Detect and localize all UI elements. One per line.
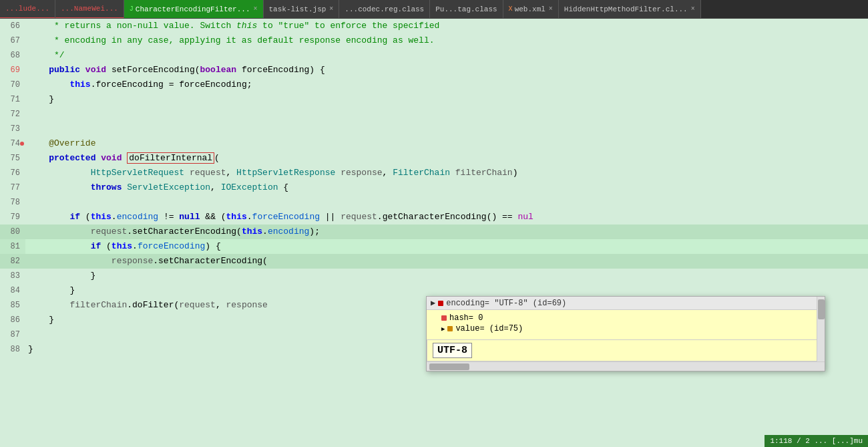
line-71: 71 } xyxy=(0,92,868,107)
debug-collapse-icon[interactable]: ▶ xyxy=(431,298,435,308)
line-content-82: response.setCharacterEncoding( xyxy=(25,254,868,269)
line-content-81: if (this.forceEncoding) { xyxy=(25,239,868,254)
line-72: 72 xyxy=(0,107,868,122)
line-content-72 xyxy=(25,107,868,122)
line-num-69: 69 xyxy=(0,63,25,78)
line-content-78 xyxy=(25,195,868,210)
line-76: 76 HttpServletRequest request, HttpServl… xyxy=(0,166,868,180)
debug-hash-label: hash= 0 xyxy=(449,313,483,323)
tab-5[interactable]: ...codec.reg.class xyxy=(339,0,430,19)
debug-value-text: UTF-8 xyxy=(433,343,472,358)
line-content-71: } xyxy=(25,92,868,107)
tab-6-label: Pu...tag.class xyxy=(435,5,497,13)
tab-3-close[interactable]: × xyxy=(254,5,258,13)
line-num-88: 88 xyxy=(0,342,25,357)
tab-8-label: HiddenHttpMethodFilter.cl... xyxy=(564,5,688,13)
line-num-67: 67 xyxy=(0,33,25,48)
line-content-73 xyxy=(25,122,868,136)
tab-8[interactable]: HiddenHttpMethodFilter.cl... × xyxy=(559,0,701,19)
debug-value-box: UTF-8 xyxy=(427,339,825,361)
line-num-73: 73 xyxy=(0,122,25,136)
line-83: 83 } xyxy=(0,269,868,283)
line-num-81: 81 xyxy=(0,239,25,254)
status-text: 1:118 / 2 ... [...]mu xyxy=(770,437,863,445)
tab-3-icon: J xyxy=(130,5,134,13)
line-content-69: public void setForceEncoding(boolean for… xyxy=(25,63,868,78)
line-num-71: 71 xyxy=(0,92,25,107)
line-78: 78 xyxy=(0,195,868,210)
line-67: 67 * encoding in any case, applying it a… xyxy=(0,33,868,48)
line-num-85: 85 xyxy=(0,298,25,313)
code-area: 66 * returns a non-null value. Switch th… xyxy=(0,19,868,447)
debug-dot-hash xyxy=(441,315,447,321)
line-content-76: HttpServletRequest request, HttpServletR… xyxy=(25,166,868,180)
tab-3[interactable]: J CharacterEncodingFilter... × xyxy=(124,0,264,19)
debug-bottom-scrollbar[interactable] xyxy=(427,361,825,371)
line-num-68: 68 xyxy=(0,48,25,63)
tab-7[interactable]: X web.xml × xyxy=(503,0,559,19)
debug-popup: ▶ encoding= "UTF-8" (id=69) hash= 0 ▶ va… xyxy=(426,296,825,371)
line-74: 74 @Override xyxy=(0,136,868,151)
line-66: 66 * returns a non-null value. Switch th… xyxy=(0,19,868,33)
line-num-82: 82 xyxy=(0,254,25,269)
debug-bottom-scrollbar-thumb xyxy=(429,363,469,370)
line-73: 73 xyxy=(0,122,868,136)
line-68: 68 */ xyxy=(0,48,868,63)
line-num-75: 75 xyxy=(0,151,25,166)
line-num-72: 72 xyxy=(0,107,25,122)
line-77: 77 throws ServletException, IOException … xyxy=(0,180,868,195)
line-content-67: * encoding in any case, applying it as d… xyxy=(25,33,868,48)
debug-dot-red xyxy=(438,301,443,306)
line-num-86: 86 xyxy=(0,313,25,327)
line-content-75: protected void doFilterInternal( xyxy=(25,151,868,166)
tab-7-close[interactable]: × xyxy=(549,5,553,13)
tab-2-label: ...NameWei... xyxy=(61,5,118,13)
line-82: 82 response.setCharacterEncoding( xyxy=(0,254,868,269)
line-num-84: 84 xyxy=(0,283,25,298)
tab-1[interactable]: ...lude... xyxy=(0,0,55,19)
line-content-83: } xyxy=(25,269,868,283)
line-num-87: 87 xyxy=(0,327,25,342)
line-content-77: throws ServletException, IOException { xyxy=(25,180,868,195)
status-bar: 1:118 / 2 ... [...]mu xyxy=(765,435,868,447)
debug-scrollbar[interactable] xyxy=(817,297,825,371)
line-69: 69 public void setForceEncoding(boolean … xyxy=(0,63,868,78)
line-content-74: @Override xyxy=(25,136,868,151)
tab-3-label: CharacterEncodingFilter... xyxy=(136,5,250,13)
line-num-80: 80 xyxy=(0,225,25,239)
debug-tree-row-hash: hash= 0 xyxy=(431,313,821,323)
debug-tree: hash= 0 ▶ value= (id=75) xyxy=(427,310,825,337)
line-num-70: 70 xyxy=(0,78,25,92)
debug-header: ▶ encoding= "UTF-8" (id=69) xyxy=(427,297,825,310)
tab-4-label: task-list.jsp xyxy=(269,5,327,13)
debug-value-id-label: value= (id=75) xyxy=(455,324,523,333)
debug-dot-value xyxy=(447,326,453,331)
line-content-80: request.setCharacterEncoding(this.encodi… xyxy=(25,225,868,239)
line-content-68: */ xyxy=(25,48,868,63)
line-num-79: 79 xyxy=(0,210,25,225)
tab-6[interactable]: Pu...tag.class xyxy=(430,0,503,19)
tab-8-close[interactable]: × xyxy=(691,5,695,13)
line-num-76: 76 xyxy=(0,166,25,180)
line-79: 79 if (this.encoding != null && (this.fo… xyxy=(0,210,868,225)
line-num-77: 77 xyxy=(0,180,25,195)
tab-1-label: ...lude... xyxy=(5,5,49,13)
tab-7-label: web.xml xyxy=(515,5,546,13)
line-num-66: 66 xyxy=(0,19,25,33)
line-70: 70 this.forceEncoding = forceEncoding; xyxy=(0,78,868,92)
tab-7-icon: X xyxy=(509,5,513,13)
tab-2[interactable]: ...NameWei... xyxy=(55,0,124,19)
tab-bar: ...lude... ...NameWei... J CharacterEnco… xyxy=(0,0,868,19)
line-75: 75 protected void doFilterInternal( xyxy=(0,151,868,166)
debug-scrollbar-thumb xyxy=(818,299,825,319)
line-num-78: 78 xyxy=(0,195,25,210)
tab-5-label: ...codec.reg.class xyxy=(345,5,424,13)
debug-tree-row-value: ▶ value= (id=75) xyxy=(431,323,821,334)
line-content-79: if (this.encoding != null && (this.force… xyxy=(25,210,868,225)
tab-4[interactable]: task-list.jsp × xyxy=(264,0,340,19)
line-num-83: 83 xyxy=(0,269,25,283)
debug-value-arrow[interactable]: ▶ xyxy=(441,325,445,333)
line-content-70: this.forceEncoding = forceEncoding; xyxy=(25,78,868,92)
line-num-74: 74 xyxy=(0,136,25,151)
tab-4-close[interactable]: × xyxy=(329,5,333,13)
